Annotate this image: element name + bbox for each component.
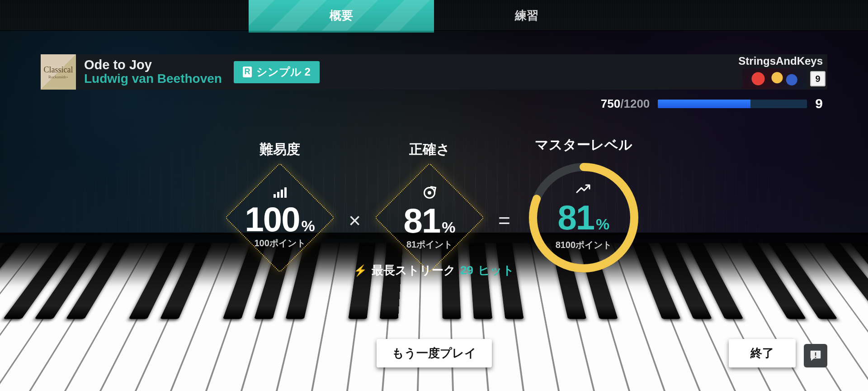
- stat-difficulty-diamond: 100% 100ポイント: [226, 163, 334, 272]
- stat-difficulty-sub: 100ポイント: [245, 238, 315, 248]
- stat-accuracy: 正確さ 81% 81ポイント: [375, 140, 484, 272]
- stat-difficulty: 難易度 100% 100ポイント: [226, 140, 334, 272]
- stat-mastery-pct: %: [596, 215, 609, 233]
- stat-difficulty-label: 難易度: [259, 140, 300, 159]
- streak-label: 最長ストリーク: [372, 262, 456, 278]
- score-stats: 難易度 100% 100ポイント × 正確さ 81% 81ポイント = マスター…: [0, 136, 868, 277]
- song-title: Ode to Joy: [84, 58, 222, 72]
- streak-value: 29: [460, 263, 473, 277]
- xp-progress-track: [658, 100, 807, 108]
- difficulty-badge: R シンプル 2: [234, 61, 320, 83]
- stat-difficulty-pct: %: [301, 217, 315, 234]
- stat-accuracy-pct: %: [442, 219, 455, 236]
- operator-equals: =: [498, 208, 510, 233]
- player-name: StringsAndKeys: [738, 55, 826, 67]
- player-level-badge: 9: [810, 71, 826, 86]
- song-header: Classical Rocksmith+ Ode to Joy Ludwig v…: [41, 54, 827, 90]
- xp-current: 750: [601, 97, 620, 110]
- stat-mastery: マスターレベル 81% 8100ポイント: [525, 136, 642, 277]
- trend-up-icon: [576, 184, 591, 194]
- quit-label: 終了: [750, 346, 774, 360]
- song-artist: Ludwig van Beethoven: [84, 72, 222, 86]
- bottom-buttons: もう一度プレイ 終了: [0, 339, 868, 367]
- song-meta: Ode to Joy Ludwig van Beethoven: [84, 58, 222, 86]
- xp-bar: 750/1200 9: [601, 96, 823, 111]
- play-again-label: もう一度プレイ: [392, 346, 476, 360]
- bolt-icon: ⚡: [354, 264, 367, 277]
- stat-mastery-ring: 81% 8100ポイント: [525, 159, 642, 277]
- tab-overview[interactable]: 概要: [249, 0, 434, 31]
- speech-exclaim-icon: [809, 349, 822, 362]
- stat-mastery-label: マスターレベル: [535, 136, 632, 154]
- target-icon: [424, 187, 435, 199]
- streak-row: ⚡ 最長ストリーク 29 ヒット: [0, 262, 868, 278]
- bars-icon: [274, 188, 287, 198]
- difficulty-badge-label: シンプル 2: [256, 65, 311, 79]
- feedback-button[interactable]: [804, 344, 827, 367]
- tab-overview-label: 概要: [330, 8, 353, 24]
- top-tabs: 概要 練習: [0, 0, 868, 31]
- player-level-value: 9: [815, 74, 820, 84]
- tab-practice[interactable]: 練習: [434, 0, 619, 31]
- player-panel: StringsAndKeys 9: [738, 55, 826, 89]
- xp-max: 1200: [623, 97, 650, 110]
- player-avatar: [742, 68, 806, 89]
- stat-mastery-sub: 8100ポイント: [556, 239, 612, 251]
- stat-difficulty-value: 100: [245, 202, 300, 237]
- album-art: Classical Rocksmith+: [41, 54, 76, 90]
- rocksmith-logo-icon: R: [243, 67, 252, 77]
- stat-accuracy-label: 正確さ: [409, 140, 450, 159]
- album-art-sublabel: Rocksmith+: [48, 75, 68, 79]
- xp-progress-fill: [658, 100, 750, 108]
- tab-practice-label: 練習: [515, 8, 538, 24]
- album-art-label: Classical: [44, 65, 73, 75]
- xp-target-level: 9: [815, 96, 823, 111]
- play-again-button[interactable]: もう一度プレイ: [377, 339, 492, 367]
- operator-times: ×: [349, 208, 361, 233]
- stat-accuracy-value: 81: [404, 204, 440, 238]
- stat-accuracy-sub: 81ポイント: [404, 240, 456, 249]
- streak-unit: ヒット: [478, 262, 514, 278]
- quit-button[interactable]: 終了: [729, 339, 796, 367]
- stat-accuracy-diamond: 81% 81ポイント: [375, 163, 484, 272]
- stat-mastery-value: 81: [557, 198, 594, 237]
